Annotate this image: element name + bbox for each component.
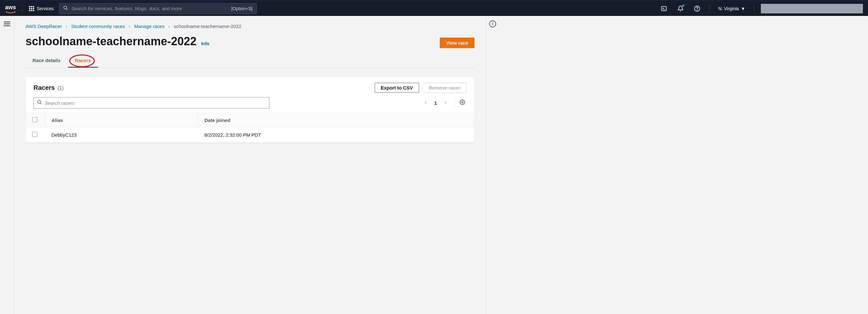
help-button[interactable] bbox=[691, 3, 703, 14]
breadcrumb-link[interactable]: Manage races bbox=[134, 24, 164, 29]
caret-down-icon: ▼ bbox=[741, 6, 745, 11]
svg-point-6 bbox=[38, 100, 40, 103]
racers-search[interactable] bbox=[33, 97, 270, 109]
breadcrumb-current: schoolname-teachername-2022 bbox=[174, 24, 241, 29]
search-shortcut: [Option+S] bbox=[231, 6, 253, 11]
tab-label: Racers bbox=[75, 58, 91, 63]
search-icon bbox=[63, 5, 68, 12]
services-label: Services bbox=[37, 6, 54, 11]
column-header-date-joined[interactable]: Date joined bbox=[198, 113, 474, 127]
svg-line-1 bbox=[66, 9, 68, 10]
page-number[interactable]: 1 bbox=[434, 100, 437, 106]
services-button[interactable]: Services bbox=[29, 6, 54, 11]
region-label: N. Virginia bbox=[718, 6, 739, 11]
breadcrumb: AWS DeepRacer › Student community races … bbox=[26, 24, 474, 29]
tab-racers[interactable]: Racers bbox=[68, 54, 98, 68]
next-page-button[interactable] bbox=[442, 98, 449, 108]
select-all-checkbox[interactable] bbox=[32, 117, 37, 122]
account-menu[interactable] bbox=[761, 4, 863, 13]
tab-race-details[interactable]: Race details bbox=[26, 54, 68, 68]
search-icon bbox=[37, 100, 42, 106]
svg-point-5 bbox=[697, 9, 697, 10]
divider bbox=[709, 5, 710, 12]
cloudshell-button[interactable] bbox=[658, 3, 670, 14]
side-nav-toggle[interactable] bbox=[0, 16, 14, 314]
panel-count: (1) bbox=[57, 85, 64, 91]
notification-dot-icon bbox=[682, 4, 684, 7]
prev-page-button[interactable] bbox=[422, 98, 429, 108]
racers-search-input[interactable] bbox=[44, 100, 266, 106]
info-link[interactable]: Info bbox=[201, 41, 210, 46]
cell-date-joined: 8/2/2022, 2:32:00 PM PDT bbox=[198, 127, 474, 143]
svg-point-0 bbox=[64, 6, 67, 9]
table-row: DebbyC123 8/2/2022, 2:32:00 PM PDT bbox=[26, 127, 474, 143]
panel-title: Racers bbox=[33, 84, 55, 91]
chevron-right-icon: › bbox=[66, 24, 67, 29]
notifications-button[interactable] bbox=[675, 3, 686, 14]
pagination: 1 bbox=[422, 98, 467, 108]
cell-alias: DebbyC123 bbox=[45, 127, 198, 143]
page-title: schoolname-teachername-2022 bbox=[26, 35, 196, 48]
breadcrumb-link[interactable]: Student community races bbox=[71, 24, 125, 29]
svg-line-7 bbox=[40, 103, 41, 104]
chevron-right-icon: › bbox=[129, 24, 130, 29]
breadcrumb-link[interactable]: AWS DeepRacer bbox=[26, 24, 62, 29]
racers-table: Alias Date joined DebbyC123 8/2/2022, 2:… bbox=[26, 113, 474, 143]
svg-point-8 bbox=[462, 102, 463, 103]
row-checkbox[interactable] bbox=[32, 132, 37, 137]
divider bbox=[22, 5, 23, 12]
racers-panel: Racers (1) Export to CSV Remove racer bbox=[26, 77, 474, 143]
export-csv-button[interactable]: Export to CSV bbox=[375, 83, 419, 93]
column-header-alias[interactable]: Alias bbox=[45, 113, 198, 127]
global-search-input[interactable] bbox=[71, 6, 228, 11]
services-grid-icon bbox=[29, 6, 34, 11]
svg-rect-2 bbox=[661, 6, 666, 10]
top-nav: aws Services [Option+S] N. Virginia ▼ bbox=[0, 0, 868, 16]
right-rail: i bbox=[486, 16, 499, 314]
table-settings-button[interactable] bbox=[454, 98, 467, 108]
global-search[interactable]: [Option+S] bbox=[59, 3, 257, 14]
divider bbox=[754, 5, 754, 12]
remove-racer-button[interactable]: Remove racer bbox=[423, 83, 467, 93]
tabs: Race details Racers bbox=[26, 54, 474, 68]
view-race-button[interactable]: View race bbox=[440, 38, 474, 48]
main-content: AWS DeepRacer › Student community races … bbox=[14, 16, 486, 314]
aws-logo[interactable]: aws bbox=[5, 4, 16, 13]
info-panel-toggle[interactable]: i bbox=[489, 21, 496, 27]
region-selector[interactable]: N. Virginia ▼ bbox=[716, 6, 748, 11]
hamburger-icon bbox=[4, 21, 10, 27]
chevron-right-icon: › bbox=[168, 24, 170, 29]
